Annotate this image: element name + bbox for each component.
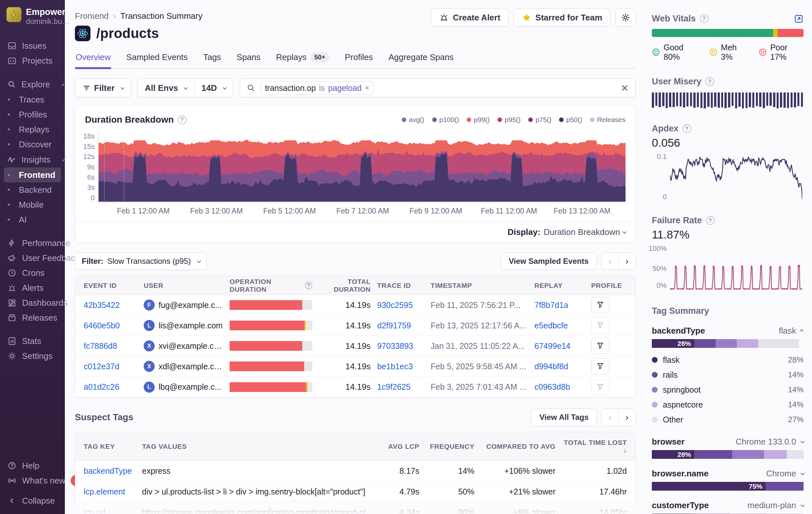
pager-next-button[interactable]: ›	[618, 409, 635, 426]
sidebar-item-profiles[interactable]: •Profiles	[4, 107, 61, 122]
open-in-new-icon[interactable]	[794, 14, 804, 24]
tag-bar-segment[interactable]	[694, 339, 716, 348]
sidebar-group-explore[interactable]: Explore	[4, 77, 61, 92]
help-icon[interactable]: ?	[305, 282, 312, 289]
legend-item[interactable]: p75()	[528, 116, 551, 124]
legend-item[interactable]: Releases	[590, 116, 626, 124]
apdex-chart[interactable]: 0.1 0	[652, 153, 804, 201]
tag-bar-segment[interactable]: 28%	[652, 339, 694, 348]
view-sampled-events-button[interactable]: View Sampled Events	[501, 252, 597, 270]
event-id-link[interactable]: 42b35422	[84, 300, 137, 310]
profile-button[interactable]	[591, 338, 609, 354]
tag-distribution-bar[interactable]: 75%	[652, 482, 804, 491]
replay-link[interactable]: 7f8b7d1a	[534, 300, 585, 310]
tab-aggregate-spans[interactable]: Aggregate Spans	[388, 52, 454, 68]
tag-bar-segment[interactable]	[732, 450, 764, 459]
tag-bar-segment[interactable]	[787, 450, 803, 459]
event-id-link[interactable]: fc7886d8	[84, 341, 137, 351]
tag-key-link[interactable]: lcp.element	[84, 487, 136, 496]
replay-link[interactable]: e5edbcfe	[534, 321, 585, 330]
profile-button[interactable]	[591, 297, 609, 313]
transactions-filter-dropdown[interactable]: Filter: Slow Transactions (p95)	[75, 252, 207, 270]
legend-item[interactable]: p95()	[497, 116, 520, 124]
search-input[interactable]: transaction.op is pageload × ✕	[240, 79, 636, 97]
sidebar-item-issues[interactable]: Issues	[4, 38, 61, 53]
tab-spans[interactable]: Spans	[236, 52, 261, 68]
tag-legend-item[interactable]: flask28%	[652, 352, 804, 367]
token-remove-icon[interactable]: ×	[365, 83, 369, 92]
trace-id-link[interactable]: 930c2595	[377, 300, 424, 310]
sidebar-item-backend[interactable]: •Backend	[4, 182, 61, 197]
help-icon[interactable]: ?	[705, 77, 714, 86]
sidebar-item-discover[interactable]: •Discover	[4, 137, 61, 152]
sidebar-item-settings[interactable]: Settings	[4, 349, 61, 363]
trace-id-link[interactable]: be1b1ec3	[377, 362, 424, 371]
event-id-link[interactable]: 6460e5b0	[84, 321, 137, 330]
profile-button[interactable]	[591, 317, 609, 333]
tag-bar-segment[interactable]	[694, 450, 732, 459]
sidebar-item-performance[interactable]: Performance	[4, 236, 61, 250]
pager-prev-button[interactable]: ‹	[602, 409, 618, 426]
tag-key-link[interactable]: lcp.url	[84, 508, 136, 514]
replay-link[interactable]: c0963d8b	[534, 382, 585, 392]
tag-bar-segment[interactable]	[758, 339, 799, 348]
tag-bar-segment[interactable]	[765, 482, 804, 491]
sidebar-item-user-feedback[interactable]: User Feedback	[4, 250, 61, 265]
tag-key-link[interactable]: backendType	[84, 466, 136, 476]
create-alert-button[interactable]: Create Alert	[431, 8, 508, 27]
tag-value-dropdown[interactable]: flask	[779, 326, 804, 336]
org-switcher[interactable]: Empower Plant dominik.buszowiec...	[4, 6, 61, 27]
tag-bar-segment[interactable]	[737, 339, 758, 348]
tag-legend-item[interactable]: Other27%	[652, 412, 804, 427]
tag-distribution-bar[interactable]: 28%	[652, 339, 804, 348]
tag-value-dropdown[interactable]: Chrome	[766, 468, 804, 479]
date-range-dropdown[interactable]: 14D	[194, 79, 233, 97]
tab-profiles[interactable]: Profiles	[344, 52, 374, 68]
tag-bar-segment[interactable]: 28%	[652, 450, 694, 459]
sidebar-item-replays[interactable]: •Replays	[4, 122, 61, 137]
sidebar-item-projects[interactable]: Projects	[4, 53, 61, 68]
sidebar-collapse-button[interactable]: Collapse	[4, 493, 61, 508]
trace-id-link[interactable]: 1c9f2625	[377, 382, 424, 392]
event-id-link[interactable]: c012e37d	[84, 362, 137, 371]
filter-dropdown[interactable]: Filter	[75, 79, 131, 97]
legend-item[interactable]: avg()	[402, 116, 425, 124]
search-token[interactable]: transaction.op is pageload ×	[261, 81, 374, 95]
sidebar-item-whats-new[interactable]: What's new 4	[4, 473, 61, 488]
event-id-link[interactable]: a01d2c26	[84, 382, 137, 392]
pager-prev-button[interactable]: ‹	[602, 253, 618, 270]
sidebar-item-traces[interactable]: •Traces	[4, 92, 61, 107]
replay-link[interactable]: d994bf8d	[534, 362, 585, 371]
starred-for-team-button[interactable]: Starred for Team	[514, 8, 610, 27]
sidebar-item-crons[interactable]: Crons	[4, 265, 61, 280]
trace-id-link[interactable]: d2f91759	[377, 321, 424, 330]
tag-bar-segment[interactable]	[764, 450, 787, 459]
sidebar-item-help[interactable]: Help	[4, 458, 61, 473]
legend-item[interactable]: p99()	[467, 116, 490, 124]
trace-id-link[interactable]: 97033893	[377, 341, 424, 351]
legend-item[interactable]: p50()	[559, 116, 582, 124]
sidebar-group-insights[interactable]: Insights	[4, 152, 61, 167]
failure-rate-chart[interactable]: 100% 50% 0%	[652, 244, 804, 290]
tab-tags[interactable]: Tags	[203, 52, 222, 68]
tag-bar-segment[interactable]	[716, 339, 737, 348]
duration-chart[interactable]	[98, 132, 626, 202]
legend-item[interactable]: p100()	[432, 116, 459, 124]
view-all-tags-button[interactable]: View All Tags	[531, 409, 597, 426]
tag-distribution-bar[interactable]: 28%	[652, 450, 804, 459]
profile-button[interactable]	[591, 379, 609, 395]
replay-link[interactable]: 67499e14	[534, 341, 585, 351]
sidebar-item-releases[interactable]: Releases	[4, 310, 61, 325]
sidebar-item-stats[interactable]: Stats	[4, 333, 61, 349]
tab-sampled-events[interactable]: Sampled Events	[125, 52, 188, 68]
sidebar-item-frontend[interactable]: •Frontend	[4, 167, 61, 182]
tag-value-dropdown[interactable]: medium-plan	[748, 501, 804, 510]
env-dropdown[interactable]: All Envs	[138, 79, 194, 97]
sidebar-item-mobile[interactable]: •Mobile	[4, 197, 61, 212]
tab-replays[interactable]: Replays50+	[275, 52, 330, 68]
settings-button[interactable]	[615, 8, 636, 27]
sidebar-item-alerts[interactable]: Alerts	[4, 280, 61, 295]
display-dropdown[interactable]: Duration Breakdown	[544, 227, 626, 237]
tag-legend-item[interactable]: rails14%	[652, 367, 804, 382]
help-icon[interactable]: ?	[700, 14, 708, 23]
